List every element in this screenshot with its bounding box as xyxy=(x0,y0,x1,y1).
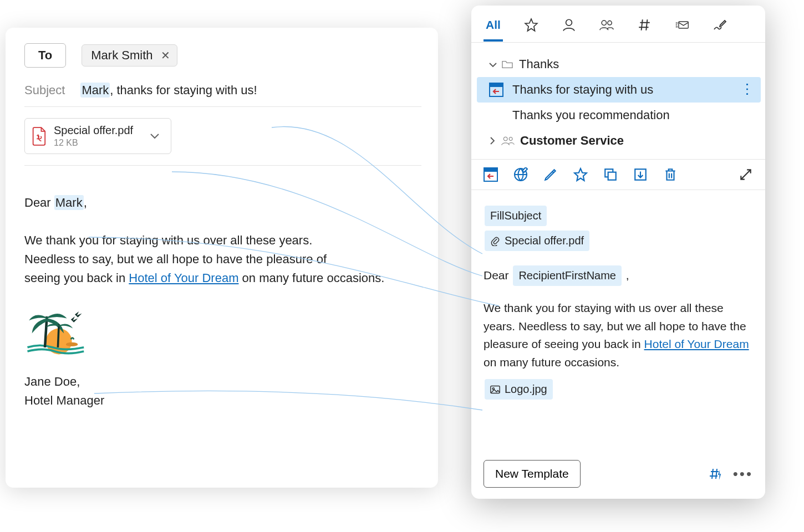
import-icon[interactable] xyxy=(633,167,648,182)
copy-icon[interactable] xyxy=(603,167,618,182)
svg-point-4 xyxy=(608,21,612,25)
edit-html-icon[interactable] xyxy=(513,167,528,182)
greeting-highlight: Mark xyxy=(54,195,84,210)
preview-greeting: Dear RecipientFirstName , xyxy=(484,263,753,288)
shared-folder-icon xyxy=(501,135,515,146)
image-icon xyxy=(490,385,500,395)
greeting-line: Dear Mark, xyxy=(24,193,421,212)
tab-edit[interactable] xyxy=(710,13,729,42)
subject-text: Mark, thanks for staying with us! xyxy=(80,83,257,98)
shortcut-icon[interactable] xyxy=(709,467,724,480)
signature-logo xyxy=(24,306,421,362)
pdf-icon xyxy=(32,127,47,146)
star-icon xyxy=(524,18,538,32)
template-toolbar xyxy=(471,160,765,190)
chevron-down-icon xyxy=(489,57,498,71)
more-menu-icon[interactable]: ••• xyxy=(733,466,753,483)
hash-icon xyxy=(637,18,652,32)
svg-rect-11 xyxy=(484,168,497,172)
send-mail-icon xyxy=(675,18,689,32)
panel-tabs: All xyxy=(471,6,765,43)
pencil-icon[interactable] xyxy=(543,167,558,182)
hotel-link[interactable]: Hotel of Your Dream xyxy=(129,271,238,285)
svg-point-9 xyxy=(509,137,512,141)
remove-recipient-icon[interactable]: ✕ xyxy=(161,49,170,62)
fill-subject-tag[interactable]: FillSubject xyxy=(485,206,547,226)
signature-name: Jane Doe, xyxy=(24,372,421,391)
to-row: To Mark Smith ✕ xyxy=(24,43,421,68)
body-line-3: seeing you back in Hotel of Your Dream o… xyxy=(24,269,421,288)
attachment-dropdown-icon[interactable] xyxy=(150,133,160,140)
attachment-tag[interactable]: Special offer.pdf xyxy=(485,231,589,251)
template-tree: Thanks Thanks for staying with us ⋯ Than… xyxy=(471,43,765,160)
recipient-chip[interactable]: Mark Smith ✕ xyxy=(82,44,177,66)
preview-hotel-link[interactable]: Hotel of Your Dream xyxy=(644,337,749,350)
tab-person[interactable] xyxy=(559,13,578,42)
attachment-card[interactable]: Special offer.pdf 12 KB xyxy=(24,118,171,154)
compose-pane: To Mark Smith ✕ Subject Mark, thanks for… xyxy=(6,28,438,488)
subject-highlight: Mark xyxy=(80,83,110,98)
svg-rect-5 xyxy=(679,22,688,28)
template-insert-icon xyxy=(489,83,503,97)
folder-thanks[interactable]: Thanks xyxy=(477,52,761,77)
expand-icon[interactable] xyxy=(739,167,753,182)
svg-point-3 xyxy=(602,21,606,25)
panel-footer: New Template ••• xyxy=(471,452,765,499)
folder-label: Thanks xyxy=(519,57,559,71)
attachment-info: Special offer.pdf 12 KB xyxy=(54,124,133,148)
insert-icon[interactable] xyxy=(484,167,498,182)
to-button[interactable]: To xyxy=(24,43,66,68)
signature-block: Jane Doe, Hotel Manager xyxy=(24,372,421,410)
person-icon xyxy=(562,18,576,32)
favorite-icon[interactable] xyxy=(573,167,588,182)
body-line-1: We thank you for staying with us over al… xyxy=(24,231,421,250)
folder-customer-service[interactable]: Customer Service xyxy=(477,128,761,154)
edit-sign-icon xyxy=(713,18,727,32)
svg-point-2 xyxy=(566,19,572,25)
message-body[interactable]: Dear Mark, We thank you for staying with… xyxy=(24,166,421,410)
logo-tag[interactable]: Logo.jpg xyxy=(485,379,553,400)
recipient-name: Mark Smith xyxy=(91,48,152,63)
svg-point-8 xyxy=(503,137,507,141)
attachment-row: Special offer.pdf 12 KB xyxy=(24,107,421,166)
new-template-button[interactable]: New Template xyxy=(484,460,581,488)
template-item-label: Thanks you recommendation xyxy=(512,108,670,122)
folder-label: Customer Service xyxy=(520,134,624,148)
svg-rect-14 xyxy=(608,172,616,180)
signature-title: Hotel Manager xyxy=(24,391,421,410)
recipient-first-name-tag[interactable]: RecipientFirstName xyxy=(513,265,622,286)
template-preview: FillSubject Special offer.pdf Dear Recip… xyxy=(471,190,765,452)
template-item[interactable]: Thanks you recommendation xyxy=(477,103,761,128)
attachment-size: 12 KB xyxy=(54,138,133,148)
tab-team[interactable] xyxy=(597,13,616,42)
body-line-2: Needless to say, but we all hope to have… xyxy=(24,250,421,269)
attachment-name: Special offer.pdf xyxy=(54,124,133,137)
templates-panel: All Thanks xyxy=(471,6,765,499)
template-item-more-icon[interactable]: ⋯ xyxy=(745,82,750,98)
folder-icon xyxy=(501,59,513,69)
trash-icon[interactable] xyxy=(663,167,678,182)
subject-row[interactable]: Subject Mark, thanks for staying with us… xyxy=(24,80,421,107)
tab-hash[interactable] xyxy=(635,13,654,42)
team-icon xyxy=(599,18,614,32)
tab-favorites[interactable] xyxy=(522,13,541,42)
chevron-right-icon xyxy=(489,134,498,148)
preview-body: We thank you for staying with us over al… xyxy=(484,299,753,371)
svg-point-1 xyxy=(66,342,78,346)
svg-rect-7 xyxy=(490,83,503,87)
template-item-selected[interactable]: Thanks for staying with us ⋯ xyxy=(477,77,761,103)
tab-send[interactable] xyxy=(673,13,691,42)
paperclip-icon xyxy=(490,236,500,246)
tab-all[interactable]: All xyxy=(484,14,503,42)
template-item-label: Thanks for staying with us xyxy=(512,83,653,97)
subject-label: Subject xyxy=(24,83,65,98)
